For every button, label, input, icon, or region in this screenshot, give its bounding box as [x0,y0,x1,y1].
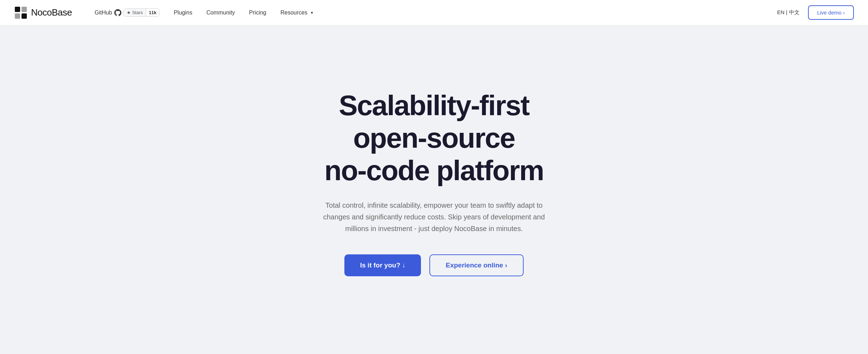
nav-links: GitHub ★ Stars 11k Plugins Community Pri… [89,6,777,19]
svg-rect-3 [22,13,27,19]
hero-section: Scalability-first open-source no-code pl… [0,25,868,354]
hero-title: Scalability-first open-source no-code pl… [324,89,543,187]
stars-count: 11k [146,9,159,16]
logo-text: NocoBase [31,7,72,18]
experience-online-button[interactable]: Experience online › [429,254,523,276]
plugins-link[interactable]: Plugins [168,7,198,19]
github-icon [114,9,121,16]
stars-badge: ★ Stars 11k [123,8,160,17]
language-switcher[interactable]: EN | 中文 [777,9,800,16]
github-label: GitHub [95,10,112,16]
is-it-for-you-button[interactable]: Is it for you? ↓ [344,254,421,276]
chevron-down-icon: ▾ [311,10,313,15]
logo-icon [14,6,28,19]
hero-cta-group: Is it for you? ↓ Experience online › [344,254,523,276]
nav-right: EN | 中文 Live demo › [777,5,854,20]
logo-link[interactable]: NocoBase [14,6,72,19]
navbar: NocoBase GitHub ★ Stars 11k Plugins Comm… [0,0,868,25]
nav-inner: NocoBase GitHub ★ Stars 11k Plugins Comm… [14,5,854,20]
resources-link[interactable]: Resources ▾ [275,7,319,19]
community-link[interactable]: Community [201,7,241,19]
github-link[interactable]: GitHub ★ Stars 11k [89,6,165,19]
svg-rect-2 [15,13,20,19]
stars-icon: ★ Stars [124,9,146,16]
pricing-link[interactable]: Pricing [243,7,272,19]
live-demo-button[interactable]: Live demo › [808,5,854,20]
hero-subtitle: Total control, infinite scalability, emp… [314,200,554,235]
svg-rect-1 [22,7,27,12]
svg-rect-0 [15,7,20,12]
